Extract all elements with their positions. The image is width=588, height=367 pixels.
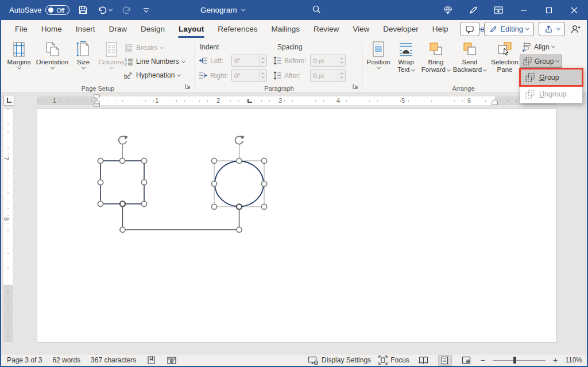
- size-button[interactable]: Size: [71, 39, 95, 69]
- proofing-status-button[interactable]: [146, 356, 156, 365]
- ruler-number: 1: [53, 96, 56, 105]
- ribbon-display-options-button[interactable]: [486, 0, 511, 20]
- tab-design[interactable]: Design: [134, 20, 172, 38]
- save-icon: [78, 5, 88, 15]
- word-count[interactable]: 62 words: [52, 356, 80, 364]
- page-indicator[interactable]: Page 3 of 3: [7, 356, 42, 364]
- editing-mode-button[interactable]: Editing: [484, 22, 534, 36]
- elbow-connector[interactable]: [123, 204, 239, 230]
- share-button[interactable]: [539, 22, 565, 36]
- character-count[interactable]: 367 characters: [91, 356, 136, 364]
- send-backward-button[interactable]: Send Backward: [452, 39, 487, 73]
- breaks-button[interactable]: Breaks: [124, 41, 185, 54]
- menu-item-group[interactable]: Group: [521, 69, 582, 86]
- customize-quick-access-button[interactable]: [140, 4, 152, 17]
- autosave-pill[interactable]: Off: [45, 5, 69, 15]
- group-dropdown-button[interactable]: Group: [520, 55, 562, 68]
- group-separator: [362, 41, 362, 89]
- web-layout-button[interactable]: [459, 355, 473, 366]
- square-shape[interactable]: [100, 161, 144, 204]
- rotate-handle-icon[interactable]: [119, 136, 128, 144]
- tab-draw[interactable]: Draw: [102, 20, 134, 38]
- menu-item-ungroup[interactable]: Ungroup: [521, 86, 582, 102]
- circle-selection-handles[interactable]: [211, 158, 266, 209]
- comments-button[interactable]: [460, 22, 479, 36]
- presence-button[interactable]: [570, 24, 581, 34]
- tab-references[interactable]: References: [211, 20, 264, 38]
- hyphenation-icon: bc a-: [124, 71, 133, 80]
- tab-home[interactable]: Home: [34, 20, 69, 38]
- tab-selector[interactable]: [3, 95, 14, 106]
- tab-help[interactable]: Help: [425, 20, 455, 38]
- chevron-down-icon: [144, 9, 148, 13]
- spacing-after-input[interactable]: [311, 70, 338, 81]
- save-button[interactable]: [76, 4, 89, 17]
- hyphenation-button[interactable]: bc a- Hyphenation: [124, 69, 185, 82]
- spacing-before-input[interactable]: [311, 55, 338, 66]
- tab-file[interactable]: File: [8, 20, 34, 38]
- redo-button[interactable]: [120, 4, 133, 17]
- search-button[interactable]: [311, 4, 322, 14]
- line-numbers-button[interactable]: 1 2 Line Numbers: [124, 55, 185, 68]
- spacing-before-stepper[interactable]: [310, 55, 346, 67]
- right-indent-marker[interactable]: [491, 99, 498, 106]
- tab-stop-marker[interactable]: [247, 99, 252, 103]
- close-button[interactable]: [562, 0, 587, 20]
- print-layout-button[interactable]: [438, 355, 452, 366]
- undo-button[interactable]: [96, 4, 113, 17]
- tab-review[interactable]: Review: [307, 20, 346, 38]
- macro-recording-button[interactable]: [167, 356, 177, 365]
- connector-endpoint-handle[interactable]: [237, 227, 242, 232]
- share-chevron: [556, 26, 560, 30]
- zoom-slider[interactable]: [493, 360, 546, 361]
- copilot-pen-button[interactable]: [461, 0, 486, 20]
- bring-forward-button[interactable]: Bring Forward: [420, 39, 451, 73]
- align-button[interactable]: Align: [520, 40, 562, 53]
- premium-button[interactable]: [435, 0, 461, 20]
- tab-view[interactable]: View: [346, 20, 376, 38]
- spacing-after-stepper[interactable]: [310, 69, 346, 82]
- columns-button[interactable]: Columns: [96, 39, 126, 69]
- connector-attach-handle[interactable]: [237, 204, 242, 209]
- paragraph-dialog-launcher[interactable]: [353, 83, 359, 90]
- document-title[interactable]: Genogram: [200, 0, 245, 20]
- indent-left-stepper[interactable]: [231, 55, 267, 67]
- autosave-toggle[interactable]: AutoSave Off: [9, 5, 69, 15]
- connector-attach-handle[interactable]: [120, 201, 125, 206]
- tab-mailings[interactable]: Mailings: [264, 20, 307, 38]
- horizontal-ruler[interactable]: 1 1 2 3 4 5 6: [37, 96, 556, 105]
- position-button[interactable]: Position: [365, 39, 392, 73]
- breaks-icon: [124, 43, 133, 52]
- ruler-row: 1 1 2 3 4 5 6: [1, 93, 587, 108]
- rotate-handle-icon[interactable]: [235, 136, 245, 144]
- tab-insert[interactable]: Insert: [69, 20, 102, 38]
- orientation-button[interactable]: Orientation: [34, 39, 70, 69]
- indent-left-input[interactable]: [232, 55, 259, 66]
- margins-icon: [11, 41, 27, 58]
- display-settings-button[interactable]: Display Settings: [308, 356, 371, 365]
- zoom-in-button[interactable]: +: [553, 356, 558, 365]
- connector-endpoint-handle[interactable]: [120, 227, 125, 232]
- page-setup-dialog-launcher[interactable]: [185, 83, 192, 90]
- tab-developer[interactable]: Developer: [376, 20, 425, 38]
- share-icon: [544, 25, 553, 33]
- zoom-slider-thumb[interactable]: [513, 357, 516, 364]
- indent-left-icon: [199, 57, 208, 65]
- group-icon: [525, 72, 535, 83]
- margins-button[interactable]: Margins: [5, 39, 33, 69]
- wrap-text-button[interactable]: Wrap Text: [393, 39, 419, 73]
- page-setup-group-label: Page Setup: [1, 85, 195, 92]
- minimize-button[interactable]: [511, 0, 536, 20]
- circle-shape[interactable]: [215, 161, 264, 207]
- selection-pane-button[interactable]: Selection Pane: [488, 39, 521, 73]
- indent-right-stepper[interactable]: [231, 69, 267, 82]
- zoom-level[interactable]: 110%: [565, 356, 582, 364]
- focus-mode-button[interactable]: Focus: [378, 356, 409, 365]
- square-selection-handles[interactable]: [98, 158, 146, 206]
- indent-right-input[interactable]: [232, 70, 259, 81]
- indent-markers[interactable]: [93, 94, 100, 107]
- read-mode-button[interactable]: [417, 355, 431, 366]
- zoom-out-button[interactable]: −: [481, 356, 485, 365]
- maximize-button[interactable]: [536, 0, 562, 20]
- tab-layout[interactable]: Layout: [172, 20, 211, 38]
